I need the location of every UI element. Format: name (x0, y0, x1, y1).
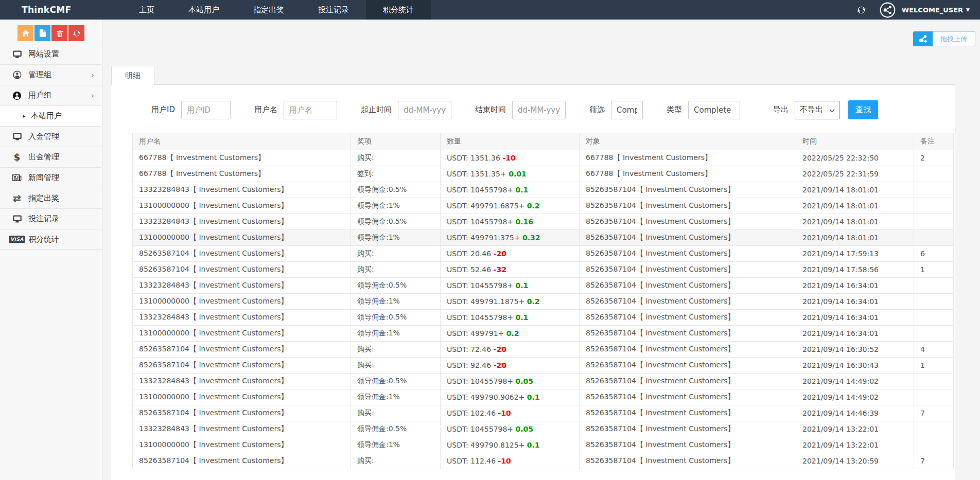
cell-time: 2021/09/14 13:20:59 (796, 453, 914, 469)
cell-time: 2021/09/14 13:22:01 (796, 437, 914, 453)
cell-time: 2021/09/14 18:01:01 (796, 182, 914, 198)
cell-amount: USDT: 499790.9062+ 0.1 (441, 389, 580, 405)
cell-target: 85263587104【 Investment Customers】 (580, 214, 796, 230)
sidebar-item-9[interactable]: VISA积分统计 (0, 229, 102, 250)
cell-prize: 领导佣金:0.5% (351, 374, 441, 389)
start-time-input[interactable] (398, 101, 451, 119)
nav-item-2[interactable]: 指定出奖 (236, 0, 301, 20)
cell-user: 85263587104【 Investment Customers】 (133, 358, 351, 374)
quick-action-trash-icon[interactable] (51, 25, 67, 41)
cell-user: 13323284843【 Investment Customers】 (133, 278, 351, 294)
cell-prize: 领导佣金:0.5% (351, 182, 441, 198)
search-button[interactable]: 查找 (848, 100, 878, 119)
tab-detail[interactable]: 明细 (111, 66, 154, 85)
drag-upload-widget[interactable]: 拖拽上传 (913, 31, 975, 46)
table-body: 667788【 Investment Customers】购买:USDT: 13… (133, 150, 954, 469)
table-row: 85263587104【 Investment Customers】购买:USD… (133, 358, 954, 374)
sidebar: 网站设置管理组›用户组›▸本站用户入金管理$出金管理新闻管理⇄指定出奖投注记录V… (0, 20, 102, 480)
records-table: 用户名奖项数量对象时间备注 667788【 Investment Custome… (132, 133, 954, 469)
cell-note: 2 (914, 150, 954, 166)
export-select-value: 不导出 (800, 105, 823, 115)
cell-user: 13100000000【 Investment Customers】 (133, 230, 351, 246)
cell-amount: USDT: 10455798+ 0.1 (441, 182, 580, 198)
cell-note (914, 437, 954, 453)
cell-note (914, 389, 954, 405)
cell-target: 85263587104【 Investment Customers】 (580, 342, 796, 358)
quick-action-recycle-icon[interactable] (68, 25, 84, 41)
sidebar-menu: 网站设置管理组›用户组›▸本站用户入金管理$出金管理新闻管理⇄指定出奖投注记录V… (0, 44, 102, 250)
export-select[interactable]: 不导出 (795, 101, 840, 119)
cell-target: 85263587104【 Investment Customers】 (580, 310, 796, 326)
cell-target: 85263587104【 Investment Customers】 (580, 374, 796, 389)
cell-time: 2021/09/14 18:01:01 (796, 214, 914, 230)
filter-row: 用户ID用户名起止时间结束时间筛选类型导出不导出查找 (111, 100, 955, 119)
cell-time: 2021/09/14 16:34:01 (796, 326, 914, 342)
cell-prize: 领导佣金:1% (351, 389, 441, 405)
table-row: 13323284843【 Investment Customers】领导佣金:0… (133, 421, 954, 437)
cell-amount: USDT: 10455798+ 0.05 (441, 421, 580, 437)
cell-amount: USDT: 72.46 -20 (441, 342, 580, 358)
table-row: 85263587104【 Investment Customers】购买:USD… (133, 342, 954, 358)
cell-time: 2021/09/14 14:46:39 (796, 405, 914, 421)
sidebar-item-label: 出金管理 (28, 152, 59, 162)
quick-action-home-icon[interactable] (18, 25, 33, 41)
quick-action-file-icon[interactable] (34, 25, 50, 41)
table-wrapper: 用户名奖项数量对象时间备注 667788【 Investment Custome… (132, 133, 955, 469)
cell-prize: 购买: (351, 342, 441, 358)
table-row: 85263587104【 Investment Customers】购买:USD… (133, 405, 954, 421)
sidebar-item-2[interactable]: 用户组› (0, 85, 102, 105)
avatar[interactable] (880, 2, 896, 18)
cell-user: 85263587104【 Investment Customers】 (133, 453, 351, 469)
monitor-icon (11, 50, 23, 59)
cell-prize: 领导佣金:1% (351, 198, 441, 214)
cell-target: 85263587104【 Investment Customers】 (580, 262, 796, 278)
sidebar-item-5[interactable]: $出金管理 (0, 147, 102, 167)
sidebar-item-8[interactable]: 投注记录 (0, 208, 102, 229)
main-panel: 用户ID用户名起止时间结束时间筛选类型导出不导出查找 用户名奖项数量对象时间备注… (111, 85, 955, 480)
nav-item-1[interactable]: 本站用户 (171, 0, 236, 20)
nav-item-4[interactable]: 积分统计 (366, 0, 431, 20)
nav-item-0[interactable]: 主页 (122, 0, 171, 20)
cell-time: 2021/09/14 16:34:01 (796, 278, 914, 294)
cell-prize: 领导佣金:0.5% (351, 214, 441, 230)
end-time-input[interactable] (512, 101, 566, 119)
type-input[interactable] (688, 101, 740, 119)
cell-amount: USDT: 102.46 -10 (441, 405, 580, 421)
cell-note (914, 294, 954, 310)
sidebar-item-3[interactable]: ▸本站用户 (0, 105, 102, 126)
cell-note: 1 (914, 358, 954, 374)
chevron-right-icon: › (91, 91, 94, 100)
cell-prize: 领导佣金:1% (351, 326, 441, 342)
filter-group-export: 导出不导出 (773, 101, 840, 119)
nav-item-3[interactable]: 投注记录 (301, 0, 366, 20)
user-menu[interactable]: WELCOME_USER ▼ (902, 6, 970, 14)
sidebar-quick-actions (0, 20, 102, 44)
refresh-icon[interactable] (856, 5, 866, 15)
sidebar-item-1[interactable]: 管理组› (0, 64, 102, 85)
cell-note (914, 374, 954, 389)
screen-input[interactable] (611, 101, 643, 119)
sidebar-item-0[interactable]: 网站设置 (0, 44, 102, 64)
navbar-right: WELCOME_USER ▼ (856, 0, 980, 20)
sidebar-item-7[interactable]: ⇄指定出奖 (0, 188, 102, 208)
sidebar-item-4[interactable]: 入金管理 (0, 126, 102, 147)
cell-time: 2021/09/14 16:34:01 (796, 310, 914, 326)
cell-note (914, 326, 954, 342)
filter-label-screen: 筛选 (589, 105, 605, 115)
user-id-input[interactable] (181, 101, 231, 119)
cell-amount: USDT: 10455798+ 0.05 (441, 374, 580, 389)
table-row: 13100000000【 Investment Customers】领导佣金:1… (133, 326, 954, 342)
sidebar-item-6[interactable]: 新闻管理 (0, 167, 102, 188)
cell-note (914, 182, 954, 198)
table-row: 85263587104【 Investment Customers】购买:USD… (133, 246, 954, 262)
table-row: 13100000000【 Investment Customers】领导佣金:1… (133, 294, 954, 310)
cell-note (914, 198, 954, 214)
username-input[interactable] (284, 101, 337, 119)
brand[interactable]: ThinkCMF (0, 0, 102, 20)
cell-user: 85263587104【 Investment Customers】 (133, 262, 351, 278)
cell-amount: USDT: 10455798+ 0.1 (441, 310, 580, 326)
user-circle-icon (11, 70, 23, 79)
caret-right-icon: ▸ (21, 113, 28, 119)
cell-user: 13100000000【 Investment Customers】 (133, 389, 351, 405)
filter-label-end-time: 结束时间 (475, 105, 506, 115)
